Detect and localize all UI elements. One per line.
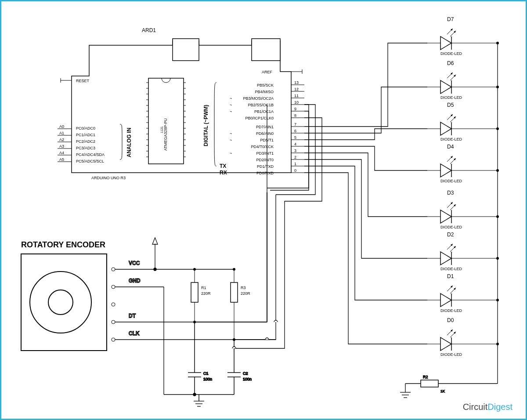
svg-text:DIODE-LED: DIODE-LED — [440, 308, 462, 313]
svg-text:DIODE-LED: DIODE-LED — [440, 179, 462, 183]
ground-encoder — [164, 393, 234, 406]
encoder-to-arduino-wires — [264, 105, 309, 322]
capacitor-c1: C1 100n — [188, 322, 212, 395]
capacitor-c2: C2 100n — [227, 340, 252, 395]
svg-text:DIODE-LED: DIODE-LED — [440, 352, 462, 357]
svg-text:PC1/ADC1: PC1/ADC1 — [76, 133, 95, 137]
svg-text:0: 0 — [294, 168, 296, 173]
svg-point-222 — [496, 299, 499, 301]
r3-ref: R3 — [241, 286, 246, 290]
svg-point-233 — [496, 343, 499, 345]
svg-text:D3: D3 — [447, 190, 454, 196]
svg-text:PB4/MISO: PB4/MISO — [255, 90, 274, 94]
svg-text:12: 12 — [294, 87, 299, 91]
svg-text:A0: A0 — [59, 124, 64, 129]
svg-marker-148 — [440, 36, 451, 50]
brand-logo: CircuitDigest — [463, 402, 513, 412]
svg-text:A4: A4 — [59, 151, 64, 155]
digital-pins-lower: PD7/AIN17 ~PD6/AIN06 ~PD5/T15 PD4/T0/XCK… — [220, 122, 304, 176]
svg-point-108 — [112, 338, 115, 341]
brand-b: Digest — [487, 402, 513, 412]
svg-text:A2: A2 — [59, 138, 64, 142]
svg-marker-181 — [440, 164, 451, 177]
svg-point-104 — [112, 268, 115, 271]
svg-text:PB0/ICP1/CLK0: PB0/ICP1/CLK0 — [245, 116, 274, 120]
svg-marker-170 — [440, 122, 451, 135]
svg-rect-124 — [231, 282, 238, 302]
routes — [195, 105, 322, 348]
r1-val: 220R — [201, 291, 211, 296]
svg-text:D5: D5 — [447, 102, 454, 108]
svg-text:TX: TX — [220, 163, 226, 169]
svg-marker-203 — [440, 252, 451, 265]
svg-text:11: 11 — [294, 94, 299, 98]
svg-text:PD6/AIN0: PD6/AIN0 — [256, 131, 274, 136]
r2-ref: R2 — [423, 375, 428, 379]
led-d2: D2 DIODE-LED — [427, 232, 499, 271]
r2-val: 1K — [440, 389, 445, 393]
svg-text:D7: D7 — [447, 16, 454, 22]
svg-text:A1: A1 — [59, 131, 64, 135]
r1-ref: R1 — [201, 286, 206, 290]
svg-text:PC5/ADC5/SCL: PC5/ADC5/SCL — [76, 159, 104, 163]
svg-text:PC3/ADC3: PC3/ADC3 — [76, 146, 95, 150]
r3-val: 220R — [241, 291, 250, 296]
svg-text:D4: D4 — [447, 144, 454, 150]
resistor-r3: R3 220R — [231, 268, 250, 341]
svg-text:A5: A5 — [59, 157, 64, 162]
svg-text:PD7/AIN1: PD7/AIN1 — [256, 125, 274, 129]
svg-point-106 — [112, 303, 115, 306]
mcu-name: ATMEGA328P-PU — [163, 118, 168, 151]
arduino-board-name: ARDUINO UNO R3 — [91, 176, 126, 180]
led-d4: D4 DIODE-LED — [427, 144, 499, 183]
svg-text:DIODE-LED: DIODE-LED — [440, 137, 462, 141]
pin-to-led-wires — [304, 43, 427, 344]
svg-text:4: 4 — [294, 142, 296, 146]
svg-text:13: 13 — [294, 80, 299, 85]
arduino-block: ARD1 ARDUINO UNO R3 RESET ANALOG IN A0 P… — [58, 27, 304, 180]
led-d0: D0 DIODE-LED — [427, 317, 499, 357]
c2-val: 100n — [243, 377, 252, 381]
svg-text:5: 5 — [294, 135, 296, 140]
svg-point-189 — [496, 169, 499, 172]
circuit-frame: ARD1 ARDUINO UNO R3 RESET ANALOG IN A0 P… — [0, 0, 527, 420]
analog-pins: A0 PC0/ADC0 A1 PC1/ADC1 A2 PC2/ADC2 A3 P… — [58, 124, 105, 163]
resistor-r1: R1 220R — [191, 268, 211, 323]
rotary-encoder: ROTATORY ENCODER — [21, 240, 115, 351]
svg-point-167 — [496, 86, 499, 88]
brand-a: Circuit — [463, 402, 488, 412]
svg-text:D6: D6 — [447, 60, 454, 66]
svg-text:DIODE-LED: DIODE-LED — [440, 95, 462, 100]
svg-text:PB2/SS/OC1B: PB2/SS/OC1B — [248, 103, 274, 107]
svg-marker-159 — [440, 80, 451, 94]
led-d3: D3 DIODE-LED — [427, 190, 499, 229]
led-d5: D5 DIODE-LED — [427, 102, 499, 141]
svg-text:D2: D2 — [447, 232, 454, 238]
encoder-nets: VCC GND DT CLK — [115, 238, 276, 395]
svg-text:~: ~ — [230, 138, 232, 142]
svg-text:1: 1 — [294, 162, 296, 166]
svg-text:RX: RX — [220, 170, 227, 176]
svg-text:10: 10 — [294, 100, 299, 105]
dt-label: DT — [129, 313, 136, 319]
svg-text:PD0/RXD: PD0/RXD — [256, 171, 274, 175]
svg-point-200 — [496, 215, 499, 218]
mcu-date: 1121 — [160, 126, 163, 133]
svg-text:7: 7 — [294, 122, 296, 127]
led-d1: D1 DIODE-LED — [427, 273, 499, 313]
svg-point-107 — [112, 320, 115, 324]
svg-text:~: ~ — [230, 131, 232, 136]
svg-text:PC4/ADC4/SDA: PC4/ADC4/SDA — [76, 152, 105, 157]
svg-text:~: ~ — [230, 109, 232, 114]
svg-text:8: 8 — [294, 113, 296, 118]
leds-column: D7 DIODE-LED D6 DIODE-LED D5 — [427, 16, 499, 384]
svg-text:2: 2 — [294, 155, 296, 159]
svg-text:PC0/ADC0: PC0/ADC0 — [76, 126, 95, 130]
svg-point-121 — [193, 268, 196, 271]
svg-text:3: 3 — [294, 148, 296, 153]
svg-text:DIODE-LED: DIODE-LED — [440, 267, 462, 271]
gnd-label: GND — [129, 278, 141, 284]
svg-marker-192 — [440, 210, 451, 223]
svg-point-126 — [233, 268, 235, 271]
svg-rect-235 — [421, 380, 438, 387]
